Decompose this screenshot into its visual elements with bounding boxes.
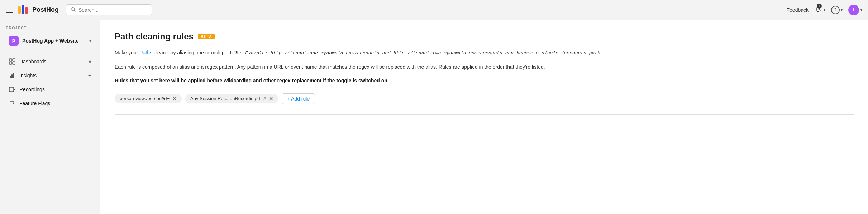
project-selector[interactable]: P PostHog App + Website ▾ <box>3 33 97 49</box>
sidebar-item-insights[interactable]: Insights + <box>3 69 97 82</box>
page-title-row: Path cleaning rules BETA <box>115 31 854 42</box>
bell-chevron-icon: ▾ <box>824 8 825 12</box>
feature-flags-icon <box>9 100 16 107</box>
insights-add-icon[interactable]: + <box>88 72 91 79</box>
svg-rect-8 <box>9 62 12 64</box>
add-rule-button[interactable]: + Add rule <box>282 93 315 104</box>
rule-note: Rules that you set here will be applied … <box>115 77 854 84</box>
rules-row: person-view:/person/\d+ ✕ Any Session Re… <box>115 93 854 104</box>
svg-marker-14 <box>14 88 15 91</box>
sidebar-section-label: PROJECT <box>0 26 100 33</box>
description-line1: Make your Paths clearer by aliasing one … <box>115 49 854 57</box>
svg-rect-2 <box>22 5 24 14</box>
svg-rect-1 <box>18 6 21 14</box>
sidebar-item-feature-flags-label: Feature Flags <box>19 101 91 106</box>
nav-right: Feedback 0 ▾ ? ▾ I ▾ <box>787 5 862 15</box>
dashboards-icon <box>9 58 16 65</box>
project-chevron-icon: ▾ <box>89 39 91 43</box>
description-line2: Each rule is composed of an alias and a … <box>115 63 854 71</box>
logo-area: PostHog <box>17 4 59 16</box>
description-example: Example: http://tenant-one.mydomain.com/… <box>245 50 603 56</box>
user-menu[interactable]: I ▾ <box>848 5 862 15</box>
sidebar-item-feature-flags[interactable]: Feature Flags <box>3 97 97 110</box>
description-block: Make your Paths clearer by aliasing one … <box>115 49 854 57</box>
svg-line-5 <box>74 10 76 12</box>
avatar-chevron-icon: ▾ <box>860 8 862 12</box>
search-icon <box>71 7 76 13</box>
dashboards-chevron-icon: ▾ <box>89 58 91 65</box>
svg-rect-15 <box>10 101 10 106</box>
help-button[interactable]: ? ▾ <box>831 6 843 14</box>
sidebar-divider <box>6 52 94 52</box>
beta-badge: BETA <box>198 34 215 39</box>
rule-tag-1-text: person-view:/person/\d+ <box>120 96 170 101</box>
description-block2: Each rule is composed of an alias and a … <box>115 63 854 71</box>
content-area: Path cleaning rules BETA Make your Paths… <box>100 20 868 214</box>
sidebar: PROJECT P PostHog App + Website ▾ Dashbo… <box>0 20 100 214</box>
svg-rect-3 <box>25 7 28 14</box>
description-suffix: clearer by aliasing one or multiple URLs… <box>152 50 244 55</box>
svg-rect-9 <box>13 62 15 64</box>
svg-rect-7 <box>13 59 15 61</box>
rule-tag-1-close[interactable]: ✕ <box>172 96 177 101</box>
project-avatar: P <box>9 36 19 46</box>
sidebar-item-recordings-label: Recordings <box>19 87 91 92</box>
rule-tag-2-close[interactable]: ✕ <box>269 96 273 101</box>
search-input[interactable] <box>78 7 147 13</box>
project-name: PostHog App + Website <box>22 38 86 44</box>
bottom-divider <box>115 114 854 115</box>
sidebar-item-dashboards[interactable]: Dashboards ▾ <box>3 55 97 68</box>
recordings-icon <box>9 86 16 93</box>
svg-rect-11 <box>11 74 13 78</box>
main-layout: PROJECT P PostHog App + Website ▾ Dashbo… <box>0 20 868 214</box>
posthog-logo-icon <box>17 4 30 16</box>
paths-link[interactable]: Paths <box>139 50 152 55</box>
help-icon: ? <box>831 6 840 14</box>
rule-tag-2: Any Session Reco...nRecordingId=.* ✕ <box>185 94 278 103</box>
hamburger-icon[interactable] <box>6 8 13 13</box>
top-nav: PostHog Feedback 0 ▾ ? ▾ I <box>0 0 868 20</box>
sidebar-item-dashboards-label: Dashboards <box>19 59 85 64</box>
help-chevron-icon: ▾ <box>841 8 843 12</box>
description-prefix: Make your <box>115 50 139 55</box>
rule-tag-1: person-view:/person/\d+ ✕ <box>115 94 182 103</box>
feedback-button[interactable]: Feedback <box>787 7 809 13</box>
insights-icon <box>9 72 16 79</box>
logo-text: PostHog <box>32 6 59 14</box>
notification-count: 0 <box>817 4 822 9</box>
svg-rect-13 <box>9 87 14 92</box>
rule-tag-2-text: Any Session Reco...nRecordingId=.* <box>190 96 266 101</box>
search-bar[interactable] <box>66 4 152 15</box>
notifications-button[interactable]: 0 ▾ <box>814 5 825 15</box>
sidebar-item-recordings[interactable]: Recordings <box>3 83 97 96</box>
svg-rect-6 <box>9 59 12 61</box>
svg-rect-10 <box>10 76 11 78</box>
avatar: I <box>848 5 859 15</box>
page-title: Path cleaning rules <box>115 31 194 42</box>
sidebar-item-insights-label: Insights <box>19 73 85 78</box>
svg-rect-12 <box>13 73 14 78</box>
